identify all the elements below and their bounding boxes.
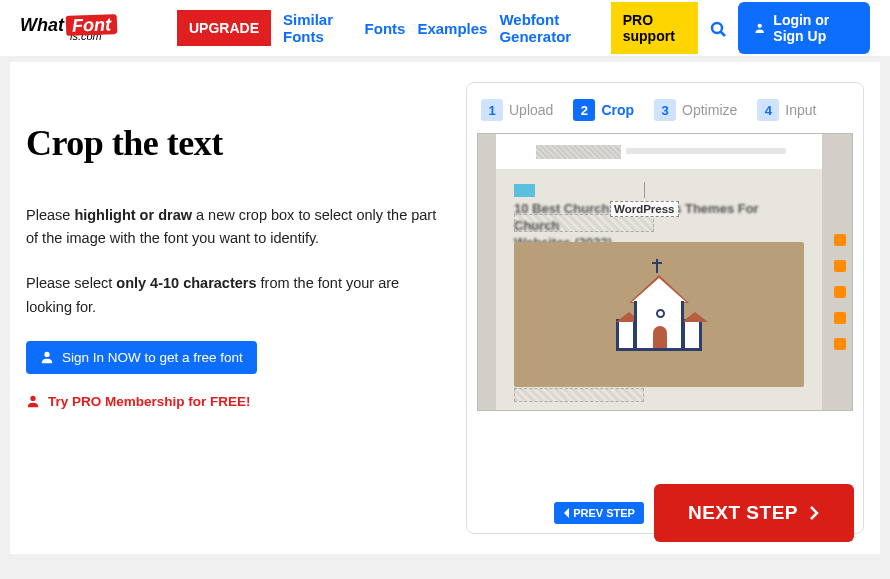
next-step-button[interactable]: NEXT STEP xyxy=(654,484,854,542)
svg-point-4 xyxy=(30,396,35,401)
signin-button[interactable]: Sign In NOW to get a free font xyxy=(26,341,257,374)
user-icon xyxy=(26,394,40,408)
logo-font: Font xyxy=(66,14,118,36)
steps: 1 Upload 2 Crop 3 Optimize 4 Input xyxy=(477,93,853,133)
user-icon xyxy=(40,350,54,364)
prev-label: PREV STEP xyxy=(573,507,635,519)
user-icon xyxy=(754,20,765,36)
step-upload[interactable]: 1 Upload xyxy=(481,99,553,121)
step-crop[interactable]: 2 Crop xyxy=(573,99,634,121)
search-icon[interactable] xyxy=(710,19,726,37)
chevron-right-icon xyxy=(808,505,820,521)
chevron-left-icon xyxy=(563,508,571,518)
nav-examples[interactable]: Examples xyxy=(417,20,487,37)
instruction-1: Please highlight or draw a new crop box … xyxy=(26,204,446,250)
login-button[interactable]: Login or Sign Up xyxy=(738,2,870,54)
upgrade-button[interactable]: UPGRADE xyxy=(177,10,271,46)
logo[interactable]: What Font is.com xyxy=(20,15,117,42)
left-panel: Crop the text Please highlight or draw a… xyxy=(26,82,446,534)
right-panel: 1 Upload 2 Crop 3 Optimize 4 Input xyxy=(466,82,864,534)
step-input[interactable]: 4 Input xyxy=(757,99,816,121)
crop-region[interactable] xyxy=(514,388,644,402)
header: What Font is.com UPGRADE Similar Fonts F… xyxy=(0,0,890,56)
signin-label: Sign In NOW to get a free font xyxy=(62,350,243,365)
main: Crop the text Please highlight or draw a… xyxy=(10,62,880,554)
logo-what: What xyxy=(20,16,64,34)
try-pro-label: Try PRO Membership for FREE! xyxy=(48,394,251,409)
nav-fonts[interactable]: Fonts xyxy=(365,20,406,37)
pro-support-button[interactable]: PRO support xyxy=(611,2,698,54)
step-optimize[interactable]: 3 Optimize xyxy=(654,99,737,121)
svg-line-1 xyxy=(721,32,725,36)
preview-image xyxy=(514,242,804,387)
try-pro-link[interactable]: Try PRO Membership for FREE! xyxy=(26,394,251,409)
svg-point-3 xyxy=(44,352,49,357)
nav: UPGRADE Similar Fonts Fonts Examples Web… xyxy=(177,2,870,54)
nav-webfont-generator[interactable]: Webfont Generator xyxy=(499,11,598,45)
prev-step-button[interactable]: PREV STEP xyxy=(554,502,644,524)
next-label: NEXT STEP xyxy=(688,502,798,524)
crop-text: WordPress xyxy=(614,203,675,215)
nav-similar-fonts[interactable]: Similar Fonts xyxy=(283,11,353,45)
instruction-2: Please select only 4-10 characters from … xyxy=(26,272,446,318)
footer-buttons: PREV STEP NEXT STEP xyxy=(554,484,854,542)
svg-point-0 xyxy=(712,23,722,33)
crop-selection[interactable]: WordPress xyxy=(610,201,679,217)
svg-point-2 xyxy=(757,24,761,28)
crop-preview[interactable]: 10 Best Church WordPress Themes For Chur… xyxy=(477,133,853,411)
crop-handle-icon[interactable] xyxy=(644,182,645,198)
page-title: Crop the text xyxy=(26,122,446,164)
crop-region[interactable] xyxy=(536,145,621,159)
login-label: Login or Sign Up xyxy=(773,12,854,44)
